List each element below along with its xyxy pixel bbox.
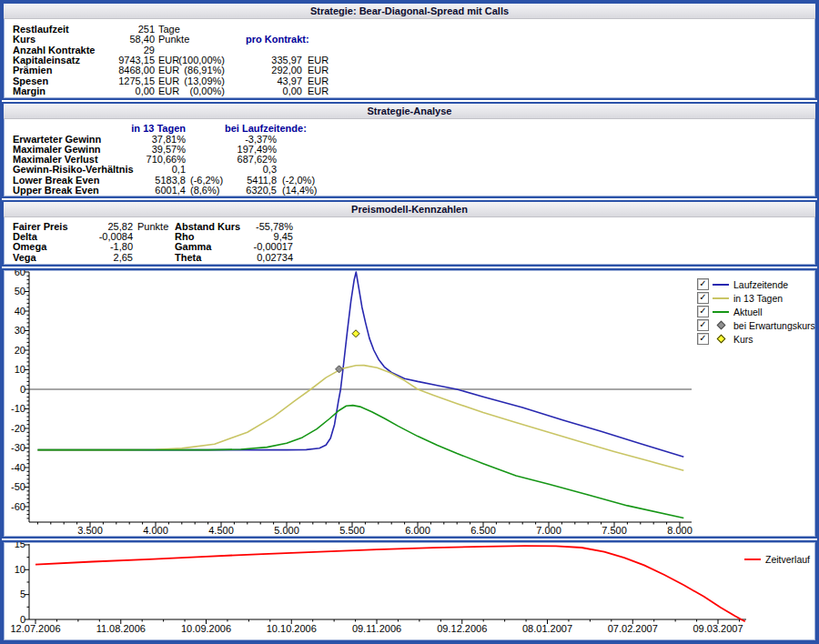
strategy-window: Strategie: Bear-Diagonal-Spread mit Call… xyxy=(0,0,819,644)
row-percent: (0,00%) xyxy=(166,86,225,96)
row-label: Vega xyxy=(13,253,36,263)
legend-label: Kurs xyxy=(733,334,753,345)
x-axis-tick-label: 6.500 xyxy=(470,525,496,536)
table-row: Margin0,00EUR(0,00%)0,00EUR xyxy=(4,86,815,96)
legend-item-in-13-tagen: ✓in 13 Tagen xyxy=(697,291,814,305)
legend-item-zeitverlauf: Zeitverlauf xyxy=(744,552,815,566)
row-value-2: 0,02734 xyxy=(211,253,293,263)
legend-label: Aktuell xyxy=(733,307,763,317)
legend-checkbox-in-13-tagen[interactable]: ✓ xyxy=(697,292,709,304)
row-value-2: -0,00017 xyxy=(211,242,293,252)
table-row: Vega2,65Theta0,02734 xyxy=(4,253,815,263)
y-axis-tick-label: 40 xyxy=(15,306,25,317)
y-axis-tick-label: -60 xyxy=(11,501,25,512)
row-value-laufzeitende: 0,3 xyxy=(202,165,277,175)
legend-checkbox-bei-erwartungskurs[interactable]: ✓ xyxy=(697,319,709,331)
x-axis-tick-label: 08.01.2007 xyxy=(522,623,572,634)
x-axis-tick-label: 10.09.2006 xyxy=(181,623,231,634)
row-unit: Punkte xyxy=(158,35,189,45)
row-value-laufzeitende: 6320,5 xyxy=(202,186,277,196)
panel-strategie-body: pro Kontrakt: Restlaufzeit251TageKurs58,… xyxy=(4,19,815,99)
y-axis-tick-label: 5 xyxy=(20,589,25,599)
x-axis-tick-label: 4.500 xyxy=(208,525,234,536)
x-axis-tick-label: 7.500 xyxy=(602,525,627,536)
panel-strategie: Strategie: Bear-Diagonal-Spread mit Call… xyxy=(2,2,817,100)
x-axis-tick-label: 4.000 xyxy=(143,525,168,536)
series-in-13-tagen xyxy=(37,366,683,471)
row-value: 2,65 xyxy=(62,253,133,263)
table-row: Erwarteter Gewinn37,81%-3,37% xyxy=(4,135,815,145)
table-row: Omega-1,80Gamma-0,00017 xyxy=(4,242,815,252)
y-axis-tick-label: -40 xyxy=(11,462,25,473)
panel-time-chart: 05101512.07.200611.08.200610.09.200610.1… xyxy=(2,540,817,642)
y-axis-tick-label: 60 xyxy=(15,270,25,277)
legend-line-swatch xyxy=(713,297,729,299)
panel-analyse-body: in 13 Tagen bei Laufzeitende: Erwarteter… xyxy=(4,119,815,197)
row-per-contract-unit: EUR xyxy=(308,86,329,96)
time-chart-canvas: 05101512.07.200611.08.200610.09.200610.1… xyxy=(4,542,815,640)
table-row: Gewinn-Risiko-Verhältnis0,10,3 xyxy=(4,165,815,175)
x-axis-tick-label: 3.500 xyxy=(77,525,103,536)
row-per-contract-value: 0,00 xyxy=(234,86,302,96)
legend-checkbox-laufzeitende[interactable]: ✓ xyxy=(697,278,709,290)
row-value-13-tage: 0,1 xyxy=(111,165,186,175)
x-axis-tick-label: 11.08.2006 xyxy=(96,623,146,634)
row-value: -1,80 xyxy=(62,242,133,252)
x-axis-tick-label: 8.000 xyxy=(667,525,693,536)
table-row: Prämien8468,00EUR(86,91%)292,00EUR xyxy=(4,65,815,75)
series-aktuell xyxy=(37,406,683,518)
row-value-13-tage: 6001,4 xyxy=(111,186,186,196)
panel-preismodell: Preismodell-Kennzahlen Fairer Preis25,82… xyxy=(2,200,817,267)
panel-strategie-title: Strategie: Bear-Diagonal-Spread mit Call… xyxy=(4,4,815,19)
x-axis-tick-label: 6.000 xyxy=(405,525,430,536)
y-axis-tick-label: -10 xyxy=(11,403,25,414)
panel-analyse-title: Strategie-Analyse xyxy=(4,104,815,119)
row-label: Omega xyxy=(13,242,46,252)
table-row: Lower Break Even5183,8(-6,2%)5411,8(-2,0… xyxy=(4,176,815,186)
row-label: Margin xyxy=(13,86,46,96)
panel-preismodell-body: Fairer Preis25,82PunkteAbstand Kurs-55,7… xyxy=(4,217,815,266)
x-axis-tick-label: 5.000 xyxy=(274,525,299,536)
legend-label: in 13 Tagen xyxy=(733,293,783,304)
y-axis-tick-label: 10 xyxy=(15,564,25,575)
table-row: Maximaler Gewinn39,57%197,49% xyxy=(4,145,815,155)
legend-line-swatch xyxy=(713,284,729,286)
y-axis-tick-label: 30 xyxy=(15,325,25,336)
row-label: Upper Break Even xyxy=(13,186,99,196)
row-per-contract-value: 292,00 xyxy=(234,65,302,75)
y-axis-tick-label: 20 xyxy=(15,345,25,356)
payoff-chart-legend: ✓Laufzeitende✓in 13 Tagen✓Aktuell✓bei Er… xyxy=(697,277,814,346)
x-axis-tick-label: 07.02.2007 xyxy=(608,623,658,634)
row-label: Prämien xyxy=(13,65,52,75)
row-percent-laufzeitende: (14,4%) xyxy=(282,186,318,196)
row-value: 58,40 xyxy=(84,35,155,45)
row-percent: (86,91%) xyxy=(166,65,225,75)
y-axis-tick-label: 10 xyxy=(15,364,25,375)
row-label-2: Theta xyxy=(175,253,201,263)
row-value: 8468,00 xyxy=(84,65,155,75)
legend-item-bei-erwartungskurs: ✓bei Erwartungskurs xyxy=(697,318,814,332)
table-row: Kurs58,40Punkte xyxy=(4,35,815,45)
y-axis-tick-label: 15 xyxy=(15,542,25,549)
y-axis-tick-label: 50 xyxy=(15,286,25,297)
x-axis-tick-label: 09.11.2006 xyxy=(352,623,401,634)
y-axis-tick-label: -50 xyxy=(11,481,25,492)
legend-checkbox-kurs[interactable]: ✓ xyxy=(697,333,709,345)
row-unit: Punkte xyxy=(137,222,168,232)
legend-line-swatch xyxy=(713,311,729,313)
panel-payoff-chart: -60-50-40-30-20-1001020304050603.5004.00… xyxy=(2,268,817,538)
legend-label: Laufzeitende xyxy=(733,279,788,290)
legend-diamond-swatch xyxy=(716,335,725,344)
x-axis-tick-label: 12.07.2006 xyxy=(10,623,60,634)
column-header-bei-laufzeitende: bei Laufzeitende: xyxy=(225,124,307,134)
chart-marker xyxy=(352,330,359,337)
legend-line-swatch xyxy=(744,558,761,560)
x-axis-tick-label: 5.500 xyxy=(339,525,365,536)
x-axis-tick-label: 7.000 xyxy=(536,525,561,536)
y-axis-tick-label: -20 xyxy=(11,423,25,434)
row-label-2: Gamma xyxy=(175,242,211,252)
legend-checkbox-aktuell[interactable]: ✓ xyxy=(697,306,709,317)
legend-label: bei Erwartungskurs xyxy=(733,320,815,331)
row-label: Kurs xyxy=(13,35,35,45)
row-per-contract-unit: EUR xyxy=(308,65,329,75)
